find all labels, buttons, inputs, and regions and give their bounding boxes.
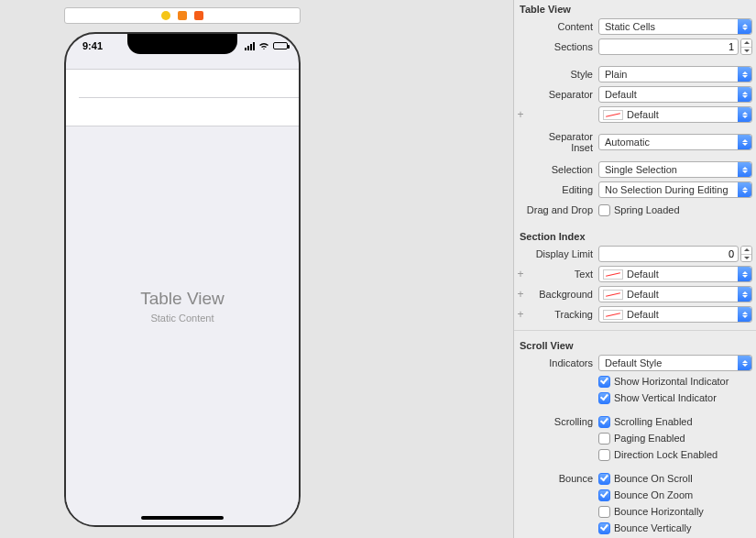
indicators-label: Indicators [525,357,598,368]
spring-loaded-checkbox[interactable] [598,204,610,216]
show-horizontal-checkbox[interactable] [598,376,610,388]
sections-label: Sections [525,41,598,52]
table-section [66,69,299,126]
chevron-updown-icon [738,307,751,322]
chevron-updown-icon [738,356,751,370]
placeholder-subtitle: Static Content [66,313,299,324]
editing-popup[interactable]: No Selection During Editing [598,181,752,198]
chevron-updown-icon [738,19,751,34]
placeholder-title: Table View [66,289,299,309]
stepper-up-icon[interactable] [741,39,751,48]
section-header-scrollview: Scroll View [514,336,756,353]
show-vertical-checkbox[interactable] [598,392,610,404]
error-indicator-icon [194,11,203,20]
stepper-down-icon[interactable] [741,48,751,55]
signal-icon [245,42,255,50]
iphone-device-frame[interactable]: 9:41 Table View Static Content [64,32,301,527]
indicators-popup[interactable]: Default Style [598,355,752,371]
add-text-button[interactable]: + [516,268,525,280]
chevron-updown-icon [738,162,751,177]
separator-popup[interactable]: Default [598,86,752,103]
warning-indicator-icon [161,11,170,20]
dragdrop-label: Drag and Drop [525,204,598,215]
selection-label: Selection [525,164,598,175]
add-separator-color-button[interactable]: + [516,108,525,121]
chevron-updown-icon [738,287,751,302]
text-color-popup[interactable]: Default [598,266,752,282]
sections-stepper[interactable] [598,38,752,55]
status-time: 9:41 [82,40,103,51]
display-limit-stepper[interactable] [598,246,752,262]
direction-lock-checkbox[interactable] [598,449,610,461]
separator-inset-label: Separator Inset [525,131,598,153]
background-label: Background [525,289,598,300]
chevron-updown-icon [738,67,751,82]
table-placeholder: Table View Static Content [66,289,299,324]
chevron-updown-icon [738,135,751,149]
selection-popup[interactable]: Single Selection [598,161,752,178]
style-label: Style [525,69,598,80]
content-popup[interactable]: Static Cells [598,18,752,35]
table-cell[interactable] [66,98,299,126]
content-label: Content [525,21,598,32]
table-cell[interactable] [66,70,299,97]
bounce-vertically-checkbox[interactable] [598,522,610,534]
color-swatch-icon [603,110,623,120]
chevron-updown-icon [738,87,751,102]
scrolling-enabled-checkbox[interactable] [598,416,610,428]
table-view[interactable]: Table View Static Content [66,69,299,525]
stepper-up-icon[interactable] [741,247,751,255]
section-header-tableview: Table View [514,0,756,16]
stepper-down-icon[interactable] [741,255,751,262]
add-tracking-button[interactable]: + [516,308,525,321]
section-header-sectionindex: Section Index [514,227,756,244]
chevron-updown-icon [738,182,751,197]
add-background-button[interactable]: + [516,288,525,301]
wifi-icon [258,41,269,50]
editing-label: Editing [525,184,598,195]
separator-inset-popup[interactable]: Automatic [598,134,752,150]
chevron-updown-icon [738,267,751,281]
display-limit-label: Display Limit [525,248,598,259]
scrolling-label: Scrolling [525,416,598,427]
interface-builder-canvas: 9:41 Table View Static Content [0,0,513,538]
tracking-color-popup[interactable]: Default [598,306,752,323]
separator-color-popup[interactable]: Default [598,106,752,123]
attributes-inspector: Table View + Content Static Cells + Sect… [513,0,756,538]
color-swatch-icon [603,310,623,320]
separator-label: Separator [525,89,598,100]
color-swatch-icon [603,269,623,280]
color-swatch-icon [603,290,623,300]
bounce-label: Bounce [525,473,598,484]
bounce-horizontally-checkbox[interactable] [598,506,610,518]
tracking-label: Tracking [525,309,598,320]
paging-enabled-checkbox[interactable] [598,433,610,445]
background-color-popup[interactable]: Default [598,286,752,302]
bounce-on-scroll-checkbox[interactable] [598,473,610,485]
bounce-on-zoom-checkbox[interactable] [598,489,610,501]
style-popup[interactable]: Plain [598,66,752,82]
document-outline-bar[interactable] [64,7,301,24]
battery-icon [273,42,288,49]
chevron-updown-icon [738,107,751,122]
status-bar: 9:41 [66,38,299,54]
issue-indicator-icon [178,11,187,20]
text-label: Text [525,269,598,280]
home-indicator [141,516,224,520]
